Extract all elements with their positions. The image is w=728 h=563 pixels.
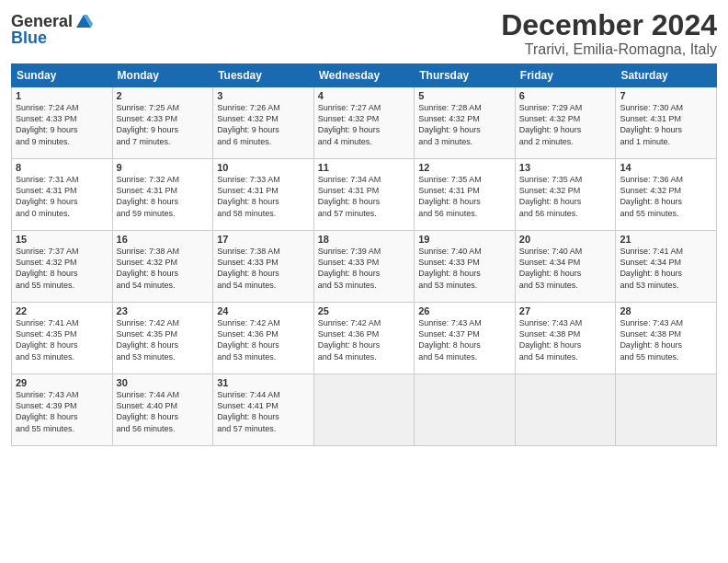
weekday-header-tuesday: Tuesday [213,64,314,87]
cell-info: Sunrise: 7:28 AM Sunset: 4:32 PM Dayligh… [418,102,511,147]
calendar-cell: 23Sunrise: 7:42 AM Sunset: 4:35 PM Dayli… [112,303,213,374]
calendar-cell: 4Sunrise: 7:27 AM Sunset: 4:32 PM Daylig… [313,87,415,159]
calendar-cell: 3Sunrise: 7:26 AM Sunset: 4:32 PM Daylig… [213,87,314,159]
day-number: 6 [519,90,612,101]
calendar-cell: 17Sunrise: 7:38 AM Sunset: 4:33 PM Dayli… [213,231,314,303]
day-number: 12 [418,162,511,173]
calendar-cell: 19Sunrise: 7:40 AM Sunset: 4:33 PM Dayli… [415,231,516,303]
cell-info: Sunrise: 7:27 AM Sunset: 4:32 PM Dayligh… [318,102,411,147]
day-number: 18 [318,234,411,245]
calendar-cell [313,374,415,446]
day-number: 21 [620,234,712,245]
page-container: General Blue December 2024 Trarivi, Emil… [0,0,728,454]
month-title: December 2024 [501,9,717,41]
weekday-header-wednesday: Wednesday [313,64,415,87]
cell-info: Sunrise: 7:34 AM Sunset: 4:31 PM Dayligh… [318,174,411,219]
day-number: 11 [318,162,411,173]
day-number: 1 [16,90,108,101]
calendar-table: SundayMondayTuesdayWednesdayThursdayFrid… [11,63,717,446]
cell-info: Sunrise: 7:43 AM Sunset: 4:39 PM Dayligh… [16,389,108,434]
cell-info: Sunrise: 7:41 AM Sunset: 4:35 PM Dayligh… [16,317,108,362]
cell-info: Sunrise: 7:42 AM Sunset: 4:36 PM Dayligh… [318,317,411,362]
calendar-cell: 13Sunrise: 7:35 AM Sunset: 4:32 PM Dayli… [515,159,616,231]
day-number: 20 [519,234,612,245]
calendar-cell: 16Sunrise: 7:38 AM Sunset: 4:32 PM Dayli… [112,231,213,303]
day-number: 8 [16,162,108,173]
calendar-cell: 8Sunrise: 7:31 AM Sunset: 4:31 PM Daylig… [12,159,113,231]
day-number: 26 [418,305,511,316]
day-number: 27 [519,305,612,316]
header-row: General Blue December 2024 Trarivi, Emil… [11,9,717,58]
calendar-cell: 27Sunrise: 7:43 AM Sunset: 4:38 PM Dayli… [515,303,616,374]
cell-info: Sunrise: 7:26 AM Sunset: 4:32 PM Dayligh… [217,102,310,147]
calendar-cell: 30Sunrise: 7:44 AM Sunset: 4:40 PM Dayli… [112,374,213,446]
week-row-5: 29Sunrise: 7:43 AM Sunset: 4:39 PM Dayli… [12,374,717,446]
day-number: 7 [620,90,712,101]
calendar-cell [415,374,516,446]
week-row-2: 8Sunrise: 7:31 AM Sunset: 4:31 PM Daylig… [12,159,717,231]
calendar-cell [616,374,717,446]
cell-info: Sunrise: 7:43 AM Sunset: 4:37 PM Dayligh… [418,317,511,362]
day-number: 28 [620,305,712,316]
cell-info: Sunrise: 7:40 AM Sunset: 4:34 PM Dayligh… [519,246,612,291]
calendar-cell [515,374,616,446]
day-number: 25 [318,305,411,316]
day-number: 9 [117,162,210,173]
logo-blue-text: Blue [11,29,47,46]
cell-info: Sunrise: 7:41 AM Sunset: 4:34 PM Dayligh… [620,246,712,291]
cell-info: Sunrise: 7:35 AM Sunset: 4:31 PM Dayligh… [418,174,511,219]
calendar-cell: 21Sunrise: 7:41 AM Sunset: 4:34 PM Dayli… [616,231,717,303]
cell-info: Sunrise: 7:37 AM Sunset: 4:32 PM Dayligh… [16,246,108,291]
location-title: Trarivi, Emilia-Romagna, Italy [501,41,717,58]
cell-info: Sunrise: 7:44 AM Sunset: 4:40 PM Dayligh… [117,389,210,434]
weekday-header-saturday: Saturday [616,64,717,87]
cell-info: Sunrise: 7:29 AM Sunset: 4:32 PM Dayligh… [519,102,612,147]
day-number: 5 [418,90,511,101]
cell-info: Sunrise: 7:42 AM Sunset: 4:35 PM Dayligh… [117,317,210,362]
day-number: 13 [519,162,612,173]
calendar-cell: 15Sunrise: 7:37 AM Sunset: 4:32 PM Dayli… [12,231,113,303]
day-number: 29 [16,377,108,388]
calendar-cell: 12Sunrise: 7:35 AM Sunset: 4:31 PM Dayli… [415,159,516,231]
calendar-cell: 9Sunrise: 7:32 AM Sunset: 4:31 PM Daylig… [112,159,213,231]
calendar-cell: 26Sunrise: 7:43 AM Sunset: 4:37 PM Dayli… [415,303,516,374]
weekday-header-friday: Friday [515,64,616,87]
calendar-cell: 7Sunrise: 7:30 AM Sunset: 4:31 PM Daylig… [616,87,717,159]
day-number: 4 [318,90,411,101]
cell-info: Sunrise: 7:36 AM Sunset: 4:32 PM Dayligh… [620,174,712,219]
cell-info: Sunrise: 7:35 AM Sunset: 4:32 PM Dayligh… [519,174,612,219]
day-number: 22 [16,305,108,316]
logo: General Blue [11,13,93,46]
calendar-cell: 29Sunrise: 7:43 AM Sunset: 4:39 PM Dayli… [12,374,113,446]
weekday-header-row: SundayMondayTuesdayWednesdayThursdayFrid… [12,64,717,87]
logo-general-text: General [11,13,73,29]
week-row-3: 15Sunrise: 7:37 AM Sunset: 4:32 PM Dayli… [12,231,717,303]
logo-icon [74,11,93,29]
day-number: 24 [217,305,310,316]
week-row-4: 22Sunrise: 7:41 AM Sunset: 4:35 PM Dayli… [12,303,717,374]
calendar-cell: 28Sunrise: 7:43 AM Sunset: 4:38 PM Dayli… [616,303,717,374]
calendar-cell: 22Sunrise: 7:41 AM Sunset: 4:35 PM Dayli… [12,303,113,374]
cell-info: Sunrise: 7:33 AM Sunset: 4:31 PM Dayligh… [217,174,310,219]
cell-info: Sunrise: 7:25 AM Sunset: 4:33 PM Dayligh… [117,102,210,147]
week-row-1: 1Sunrise: 7:24 AM Sunset: 4:33 PM Daylig… [12,87,717,159]
calendar-cell: 6Sunrise: 7:29 AM Sunset: 4:32 PM Daylig… [515,87,616,159]
calendar-cell: 18Sunrise: 7:39 AM Sunset: 4:33 PM Dayli… [313,231,415,303]
day-number: 2 [117,90,210,101]
cell-info: Sunrise: 7:31 AM Sunset: 4:31 PM Dayligh… [16,174,108,219]
day-number: 30 [117,377,210,388]
calendar-cell: 14Sunrise: 7:36 AM Sunset: 4:32 PM Dayli… [616,159,717,231]
cell-info: Sunrise: 7:43 AM Sunset: 4:38 PM Dayligh… [620,317,712,362]
weekday-header-monday: Monday [112,64,213,87]
cell-info: Sunrise: 7:40 AM Sunset: 4:33 PM Dayligh… [418,246,511,291]
day-number: 14 [620,162,712,173]
cell-info: Sunrise: 7:44 AM Sunset: 4:41 PM Dayligh… [217,389,310,434]
cell-info: Sunrise: 7:30 AM Sunset: 4:31 PM Dayligh… [620,102,712,147]
cell-info: Sunrise: 7:39 AM Sunset: 4:33 PM Dayligh… [318,246,411,291]
calendar-cell: 20Sunrise: 7:40 AM Sunset: 4:34 PM Dayli… [515,231,616,303]
day-number: 31 [217,377,310,388]
cell-info: Sunrise: 7:43 AM Sunset: 4:38 PM Dayligh… [519,317,612,362]
weekday-header-thursday: Thursday [415,64,516,87]
cell-info: Sunrise: 7:32 AM Sunset: 4:31 PM Dayligh… [117,174,210,219]
day-number: 15 [16,234,108,245]
